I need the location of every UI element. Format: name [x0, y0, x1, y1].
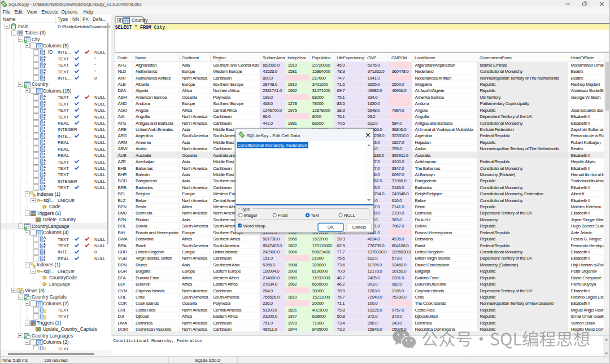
svg-text:Southeast Asia: Southeast Asia [213, 262, 240, 267]
svg-text:264.0: 264.0 [263, 288, 273, 293]
svg-text:1066: 1066 [288, 249, 298, 255]
svg-text:DMA: DMA [118, 321, 128, 326]
svg-text:1977: 1977 [288, 314, 298, 319]
svg-text:UNIQUE: UNIQUE [58, 198, 75, 203]
svg-text:Albania: Albania [136, 82, 150, 87]
svg-text:Afganistan/Afqanestan: Afganistan/Afqanestan [415, 63, 455, 68]
svg-text:6695000: 6695000 [312, 282, 329, 287]
svg-text:Defa...: Defa... [93, 16, 107, 22]
svg-text:616.0: 616.0 [392, 198, 403, 203]
svg-text:North America: North America [182, 321, 208, 326]
svg-text:Monarchy (Emirate): Monarchy (Emirate) [480, 172, 516, 177]
svg-text:41526.0: 41526.0 [263, 69, 278, 74]
svg-text:TEXT: TEXT [58, 166, 69, 171]
svg-text:10169.0: 10169.0 [392, 269, 407, 274]
svg-text:Botswana: Botswana [136, 236, 154, 242]
svg-text:50.8: 50.8 [337, 314, 346, 319]
svg-text:373.0: 373.0 [392, 314, 403, 319]
svg-text:Festus G. Mogae: Festus G. Mogae [571, 236, 603, 242]
svg-text:256.0: 256.0 [368, 321, 378, 326]
svg-text:Tables (3): Tables (3) [25, 30, 46, 36]
svg-text:NULL: NULL [94, 243, 106, 248]
svg-text:NULL: NULL [344, 213, 356, 218]
svg-text:INTE...: INTE... [58, 249, 71, 255]
svg-text:584.0: 584.0 [392, 121, 403, 126]
svg-text:4935.0: 4935.0 [392, 236, 405, 242]
svg-text:Constitutional Monarchy: Constitutional Monarchy [480, 185, 523, 190]
svg-text:Constitutional Monarchy: Constitutional Monarchy [480, 121, 523, 126]
svg-text:73.6: 73.6 [337, 262, 346, 267]
svg-text:Monarchy: Monarchy [480, 217, 498, 222]
svg-text:1622000: 1622000 [312, 236, 329, 242]
svg-text:Republic: Republic [480, 314, 496, 319]
svg-text:SQLiteSpy - Edit Cell Data: SQLiteSpy - Edit Cell Data [247, 133, 300, 138]
svg-text:Caribbean: Caribbean [213, 185, 232, 190]
svg-text:South America: South America [182, 295, 208, 300]
svg-text:Anguilla: Anguilla [136, 114, 150, 119]
svg-text:15864000: 15864000 [312, 69, 331, 74]
svg-text:Armenia: Armenia [136, 140, 151, 145]
svg-text:Columns (2): Columns (2) [43, 339, 69, 345]
svg-text:100.0: 100.0 [368, 301, 378, 306]
svg-text:ALB: ALB [118, 82, 126, 87]
svg-text:North America: North America [182, 146, 208, 151]
svg-text:REAL: REAL [58, 147, 69, 152]
svg-text:Republic: Republic [480, 88, 496, 93]
svg-text:982.0: 982.0 [392, 282, 403, 287]
svg-text:Text: Text [311, 213, 319, 218]
svg-text:NULL: NULL [94, 166, 106, 171]
svg-text:2500.0: 2500.0 [392, 82, 405, 87]
svg-text:59623400: 59623400 [312, 249, 331, 255]
svg-text:Islamic Emirate: Islamic Emirate [480, 63, 508, 68]
svg-text:Antigua and Barbuda: Antigua and Barbuda [415, 121, 454, 126]
svg-text:LifeExpectancy: LifeExpectancy [337, 55, 364, 60]
svg-text:Bosna i Hercegovina: Bosna i Hercegovina [415, 230, 452, 235]
svg-text:ARM: ARM [118, 140, 128, 145]
svg-text:Europe: Europe [182, 230, 195, 235]
svg-text:334.0: 334.0 [368, 95, 378, 100]
svg-text:Republic: Republic [480, 282, 496, 287]
svg-text:Beatrix: Beatrix [571, 69, 583, 74]
svg-text:City: City [32, 37, 40, 42]
svg-text:Africa: Africa [182, 108, 193, 113]
svg-text:Polynesia: Polynesia [213, 95, 231, 100]
svg-text:Elisabeth II: Elisabeth II [571, 288, 590, 293]
svg-text:'': '' [94, 56, 96, 62]
svg-text:Time: 5.80 ms: Time: 5.80 ms [2, 358, 28, 363]
svg-text:TEXT: TEXT [58, 115, 69, 120]
svg-text:BLZ: BLZ [118, 198, 126, 203]
svg-text:Djibouti: Djibouti [136, 314, 149, 319]
svg-text:Caribbean: Caribbean [213, 166, 232, 171]
svg-text:TEXT: TEXT [58, 308, 69, 313]
svg-text:Republic: Republic [480, 295, 496, 300]
svg-text:BEL: BEL [118, 191, 127, 196]
svg-text:Netherlands: Netherlands [136, 69, 158, 74]
svg-text:31966.0: 31966.0 [392, 178, 407, 183]
svg-text:Australia: Australia [415, 153, 431, 158]
svg-text:1296830.0: 1296830.0 [392, 249, 412, 255]
svg-text:Angola: Angola [415, 108, 428, 113]
svg-text:Southern Europe: Southern Europe [213, 82, 244, 87]
svg-text:Language: Language [49, 282, 71, 287]
svg-text:Republic: Republic [480, 236, 496, 242]
svg-text:Costa Rica: Costa Rica [136, 308, 156, 313]
svg-text:Name: Name [136, 55, 147, 60]
svg-text:71.6: 71.6 [337, 82, 346, 87]
svg-text:1378330.0: 1378330.0 [368, 249, 387, 255]
svg-text:SQLiteSpy - D:\BaiduNetdiskDow: SQLiteSpy - D:\BaiduNetdiskDownload\SQLi… [8, 2, 141, 7]
svg-text:21000: 21000 [312, 256, 324, 261]
svg-text:View: View [27, 9, 38, 15]
svg-text:Dependent Territory of the UK: Dependent Territory of the UK [480, 288, 533, 293]
svg-text:AND: AND [118, 101, 127, 106]
svg-text:2425.0: 2425.0 [368, 275, 381, 280]
svg-text:Population: Population [312, 55, 330, 60]
svg-text:Africa: Africa [182, 282, 193, 287]
svg-text:BRN: BRN [118, 262, 127, 267]
svg-text:Polynesia: Polynesia [213, 301, 231, 306]
svg-text:George W. Bush: George W. Bush [571, 95, 600, 100]
svg-text:Federal Republic: Federal Republic [480, 133, 511, 138]
svg-text:Druk-Yul: Druk-Yul [415, 217, 431, 222]
svg-text:Indexes (1): Indexes (1) [37, 262, 60, 267]
svg-text:Asia: Asia [182, 159, 190, 164]
svg-text:170115000: 170115000 [312, 243, 333, 248]
